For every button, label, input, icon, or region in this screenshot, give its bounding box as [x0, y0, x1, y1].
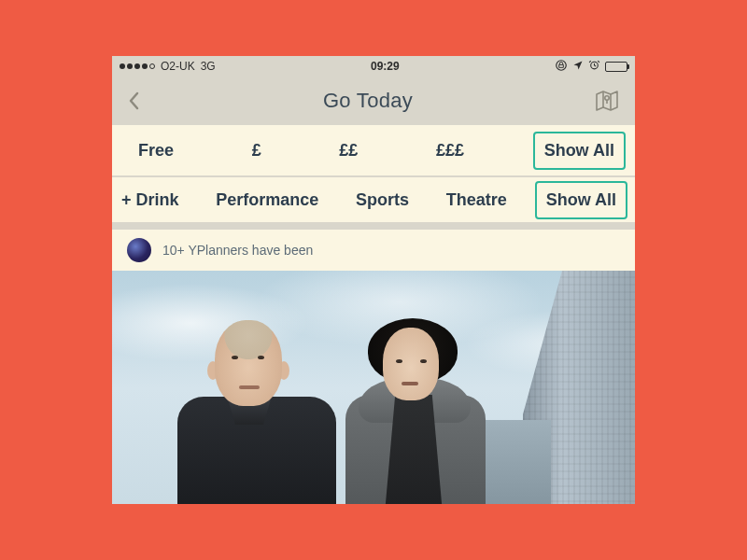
price-chip-3[interactable]: £££	[427, 133, 473, 168]
status-bar: O2-UK 3G 09:29	[112, 56, 635, 77]
back-button[interactable]	[127, 90, 142, 112]
signal-strength-icon	[120, 63, 155, 69]
hero-person-right	[345, 322, 486, 504]
network-label: 3G	[201, 60, 216, 73]
status-time: 09:29	[371, 60, 400, 73]
nav-bar: Go Today	[112, 77, 635, 125]
status-left: O2-UK 3G	[120, 60, 216, 73]
hero-building	[486, 420, 551, 504]
alarm-icon	[588, 59, 600, 74]
location-arrow-icon	[572, 60, 584, 74]
yplanners-strip[interactable]: 10+ YPlanners have been	[112, 230, 635, 271]
category-chip-theatre[interactable]: Theatre	[437, 183, 516, 217]
category-chip-drink[interactable]: + Drink	[112, 183, 189, 217]
hero-person-left	[177, 313, 336, 504]
category-chip-show-all[interactable]: Show All	[535, 181, 627, 219]
price-chip-1[interactable]: £	[243, 133, 271, 168]
battery-icon	[605, 62, 627, 72]
event-hero-image[interactable]	[112, 271, 635, 504]
phone-frame: O2-UK 3G 09:29 Go Today Free £	[112, 56, 635, 504]
price-chip-2[interactable]: ££	[330, 133, 367, 168]
category-chip-sports[interactable]: Sports	[346, 183, 418, 217]
status-right	[555, 59, 627, 75]
price-filter-row: Free £ ££ £££ Show All	[112, 125, 635, 177]
price-chip-free[interactable]: Free	[129, 133, 183, 168]
page-title: Go Today	[323, 89, 413, 113]
category-filter-row: + Drink Performance Sports Theatre Show …	[112, 177, 635, 230]
category-chip-performance[interactable]: Performance	[206, 183, 328, 217]
orientation-lock-icon	[555, 59, 568, 75]
svg-point-2	[605, 96, 609, 100]
price-chip-show-all[interactable]: Show All	[533, 132, 626, 170]
avatar	[127, 238, 151, 262]
map-button[interactable]	[594, 89, 620, 113]
yplanners-text: 10+ YPlanners have been	[162, 243, 313, 258]
carrier-label: O2-UK	[161, 60, 195, 73]
